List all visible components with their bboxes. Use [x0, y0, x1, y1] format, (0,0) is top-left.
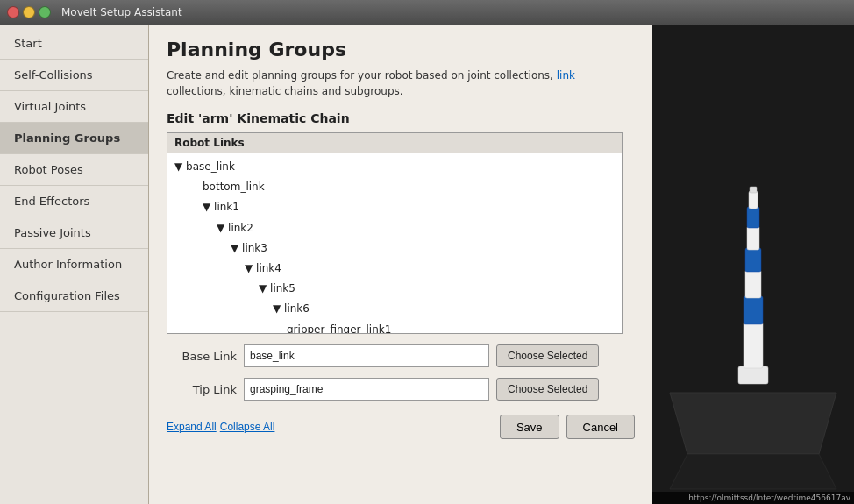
- close-button[interactable]: [7, 6, 19, 18]
- main-content: Planning Groups Create and edit planning…: [149, 25, 652, 504]
- expand-all-button[interactable]: Expand All: [167, 421, 217, 433]
- tip-link-input[interactable]: [244, 378, 489, 401]
- robot-visualization: [652, 25, 854, 504]
- window-title: MoveIt Setup Assistant: [61, 6, 182, 18]
- sidebar: Start Self-Collisions Virtual Joints Pla…: [0, 25, 149, 504]
- svg-rect-7: [745, 248, 761, 272]
- sidebar-item-configuration-files[interactable]: Configuration Files: [0, 280, 148, 312]
- svg-marker-1: [670, 393, 836, 454]
- section-title: Edit 'arm' Kinematic Chain: [167, 111, 635, 125]
- svg-rect-3: [738, 366, 768, 384]
- sidebar-item-start[interactable]: Start: [0, 28, 148, 60]
- collapse-all-button[interactable]: Collapse All: [220, 421, 275, 433]
- svg-marker-2: [670, 454, 836, 489]
- tree-node-link6[interactable]: ▼ link6: [167, 299, 622, 319]
- svg-rect-4: [744, 323, 763, 368]
- sidebar-item-robot-poses[interactable]: Robot Poses: [0, 154, 148, 186]
- sidebar-item-passive-joints[interactable]: Passive Joints: [0, 217, 148, 249]
- page-title: Planning Groups: [167, 39, 635, 60]
- desc-text2: collections, kinematic chains and subgro…: [167, 85, 403, 97]
- cancel-button[interactable]: Cancel: [566, 415, 635, 439]
- link-collections-link[interactable]: link: [557, 69, 575, 82]
- sidebar-item-planning-groups[interactable]: Planning Groups: [0, 123, 148, 154]
- tree-node-link3[interactable]: ▼ link3: [167, 238, 622, 259]
- action-row: Expand All Collapse All Save Cancel: [167, 415, 635, 439]
- tree-node-gripper-finger-link1[interactable]: gripper_finger_link1: [167, 320, 622, 335]
- tree-node-base-link[interactable]: ▼ base_link: [167, 157, 622, 177]
- tree-header: Robot Links: [167, 133, 622, 153]
- save-button[interactable]: Save: [500, 415, 559, 439]
- description: Create and edit planning groups for your…: [167, 67, 635, 99]
- maximize-button[interactable]: [39, 6, 51, 18]
- sidebar-item-self-collisions[interactable]: Self-Collisions: [0, 60, 148, 91]
- tip-link-row: Tip Link Choose Selected: [167, 378, 635, 401]
- tree-node-link4[interactable]: ▼ link4: [167, 259, 622, 279]
- status-bar: https://olmittssd/lntet/wedtime456617av: [652, 492, 854, 504]
- svg-rect-9: [747, 207, 759, 228]
- tree-node-link2[interactable]: ▼ link2: [167, 218, 622, 238]
- tree-node-bottom-link[interactable]: bottom_link: [167, 177, 622, 197]
- sidebar-item-author-information[interactable]: Author Information: [0, 249, 148, 280]
- app-body: Start Self-Collisions Virtual Joints Pla…: [0, 25, 854, 504]
- svg-rect-11: [750, 187, 757, 193]
- tree-node-link5[interactable]: ▼ link5: [167, 279, 622, 299]
- sidebar-item-virtual-joints[interactable]: Virtual Joints: [0, 91, 148, 123]
- base-link-input[interactable]: [244, 344, 489, 367]
- right-panel: https://olmittssd/lntet/wedtime456617av: [652, 25, 854, 504]
- tree-node-link1[interactable]: ▼ link1: [167, 197, 622, 217]
- svg-rect-6: [745, 270, 761, 298]
- base-link-row: Base Link Choose Selected: [167, 344, 635, 367]
- minimize-button[interactable]: [23, 6, 35, 18]
- base-link-choose-button[interactable]: Choose Selected: [496, 344, 599, 367]
- svg-rect-5: [744, 296, 763, 324]
- tip-link-choose-button[interactable]: Choose Selected: [496, 378, 599, 401]
- title-bar: MoveIt Setup Assistant: [0, 0, 854, 25]
- svg-rect-10: [749, 191, 758, 209]
- window-controls[interactable]: [7, 6, 51, 18]
- base-link-label: Base Link: [167, 350, 237, 363]
- sidebar-item-end-effectors[interactable]: End Effectors: [0, 186, 148, 217]
- robot-links-tree[interactable]: Robot Links ▼ base_link bottom_link ▼ li…: [167, 132, 623, 334]
- tip-link-label: Tip Link: [167, 383, 237, 396]
- tree-body: ▼ base_link bottom_link ▼ link1 ▼ link2 …: [167, 153, 622, 334]
- svg-rect-8: [747, 226, 759, 250]
- desc-text1: Create and edit planning groups for your…: [167, 69, 553, 82]
